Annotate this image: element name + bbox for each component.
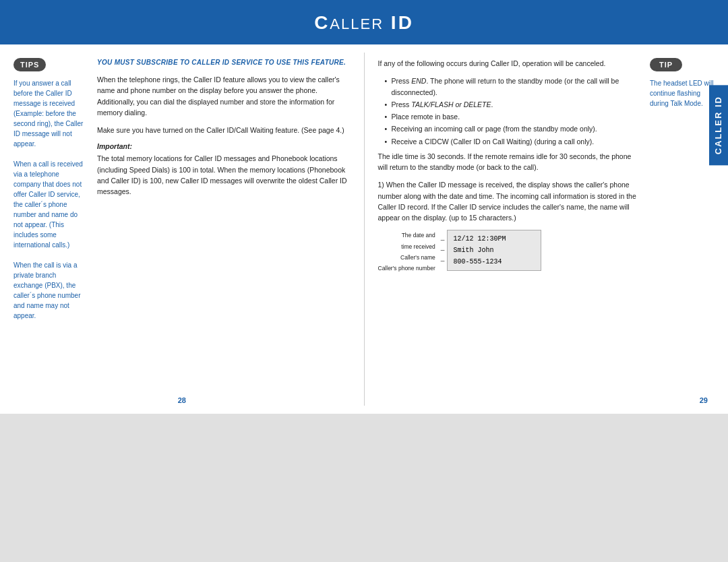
left-sidebar: TIPS If you answer a call before the Cal… (13, 58, 94, 400)
header-title: Caller ID (314, 12, 414, 33)
body-text-3: The total memory locations for Caller ID… (97, 153, 351, 197)
display-label-name: Caller's name (378, 252, 435, 263)
left-main-text: You must subscribe to Caller ID service … (94, 58, 351, 400)
right-intro: If any of the following occurs during Ca… (378, 58, 641, 69)
tip-badge: TIP (650, 58, 682, 71)
display-label-date: The date and (378, 230, 435, 241)
display-line-3: 800-555-1234 (453, 256, 535, 268)
tip3-text: When the call is via a private branch ex… (13, 260, 86, 321)
page-header: Caller ID (0, 0, 728, 44)
page-number-left: 28 (178, 396, 186, 404)
display-line-2: Smith John (453, 245, 535, 256)
right-main-text: If any of the following occurs during Ca… (378, 58, 641, 400)
bullet-item-5: Receive a CIDCW (Caller ID on Call Waiti… (385, 136, 641, 147)
display-screen: 12/12 12:30PM Smith John 800-555-1234 (447, 230, 541, 271)
bullet-list: Press END. The phone will return to the … (385, 75, 641, 147)
right-body-3: 1) When the Caller ID message is receive… (378, 179, 641, 223)
right-body-2: The idle time is 30 seconds. If the remo… (378, 151, 641, 173)
display-labels: The date and time received Caller's name… (378, 230, 435, 274)
display-arrows-box: ─ ─ ─ 12/12 12:30PM Smith John 800-555-1… (441, 230, 542, 271)
display-label-time: time received (378, 241, 435, 252)
right-page: If any of the following occurs during Ca… (365, 44, 729, 414)
important-label: Important: (97, 142, 351, 150)
body-text-1: When the telephone rings, the Caller ID … (97, 74, 351, 118)
display-line-1: 12/12 12:30PM (453, 233, 535, 245)
page-number-right: 29 (700, 396, 708, 404)
gray-area (0, 414, 728, 562)
body-text-2: Make sure you have turned on the Caller … (97, 125, 351, 135)
page-container: Caller ID TIPS If you answer a call befo… (0, 0, 728, 562)
display-box-container: The date and time received Caller's name… (378, 230, 641, 274)
left-page: TIPS If you answer a call before the Cal… (0, 44, 364, 414)
tip-text: The headset LED will continue flashing d… (650, 78, 715, 108)
display-label-phone: Caller's phone number (378, 263, 435, 274)
tip1-text: If you answer a call before the Caller I… (13, 78, 86, 149)
subscribe-note: You must subscribe to Caller ID service … (97, 58, 351, 67)
bullet-item-2: Press TALK/FLASH or DELETE. (385, 99, 641, 110)
vertical-caller-id-tab: CALLER ID (709, 85, 728, 165)
main-content: TIPS If you answer a call before the Cal… (0, 44, 728, 414)
bullet-item-1: Press END. The phone will return to the … (385, 75, 641, 98)
tips-text: If you answer a call before the Caller I… (13, 78, 86, 321)
display-arrows: ─ ─ ─ (441, 235, 445, 267)
tips-badge: TIPS (13, 58, 46, 71)
bullet-item-3: Place remote in base. (385, 111, 641, 122)
right-sidebar: TIP The headset LED will continue flashi… (640, 58, 715, 400)
tip2-text: When a call is received via a telephone … (13, 159, 86, 250)
bullet-item-4: Receiving an incoming call or page (from… (385, 123, 641, 134)
